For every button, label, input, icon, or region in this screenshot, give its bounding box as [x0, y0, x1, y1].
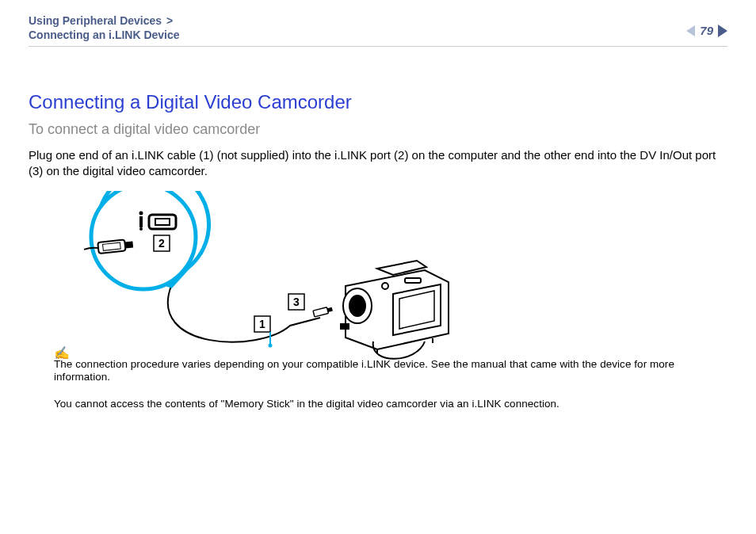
- svg-point-20: [349, 296, 365, 316]
- breadcrumb-line1: Using Peripheral Devices: [29, 14, 162, 27]
- svg-rect-22: [405, 278, 421, 283]
- svg-rect-1: [327, 307, 333, 311]
- prev-page-icon[interactable]: [686, 25, 695, 36]
- header-rule: [29, 46, 727, 47]
- body: Connecting a Digital Video Camcorder To …: [29, 91, 727, 368]
- breadcrumb: Using Peripheral Devices > Connecting an…: [29, 14, 727, 42]
- header: Using Peripheral Devices > Connecting an…: [29, 14, 727, 42]
- page-number-area: 79: [686, 24, 727, 37]
- svg-point-8: [139, 227, 143, 231]
- svg-point-16: [269, 343, 273, 347]
- callout-3: 3: [288, 294, 304, 310]
- page-title: Connecting a Digital Video Camcorder: [29, 91, 727, 113]
- note-line-1: The connection procedure varies dependin…: [54, 358, 720, 383]
- svg-point-2: [91, 191, 196, 289]
- next-page-icon[interactable]: [718, 25, 727, 37]
- callout-2: 2: [154, 235, 170, 251]
- breadcrumb-separator: >: [165, 14, 174, 27]
- connection-illustration: 2 1 3: [52, 191, 496, 365]
- note-line-2: You cannot access the contents of "Memor…: [54, 398, 720, 410]
- page: Using Peripheral Devices > Connecting an…: [0, 0, 756, 534]
- page-number: 79: [698, 24, 715, 37]
- svg-text:3: 3: [293, 296, 300, 308]
- svg-rect-3: [97, 239, 125, 253]
- svg-rect-5: [124, 241, 133, 248]
- svg-rect-23: [341, 324, 349, 329]
- svg-rect-0: [313, 307, 328, 316]
- svg-text:1: 1: [259, 318, 265, 330]
- svg-rect-7: [139, 216, 143, 227]
- lead-paragraph: Plug one end of an i.LINK cable (1) (not…: [29, 147, 727, 180]
- breadcrumb-line2: Connecting an i.LINK Device: [29, 29, 180, 41]
- svg-text:2: 2: [158, 237, 165, 250]
- illustration-svg: 2 1 3: [52, 191, 496, 365]
- page-subtitle: To connect a digital video camcorder: [29, 121, 727, 138]
- callout-1: 1: [254, 316, 273, 348]
- svg-point-21: [382, 283, 388, 289]
- notes: The connection procedure varies dependin…: [54, 358, 720, 425]
- svg-point-6: [139, 211, 143, 215]
